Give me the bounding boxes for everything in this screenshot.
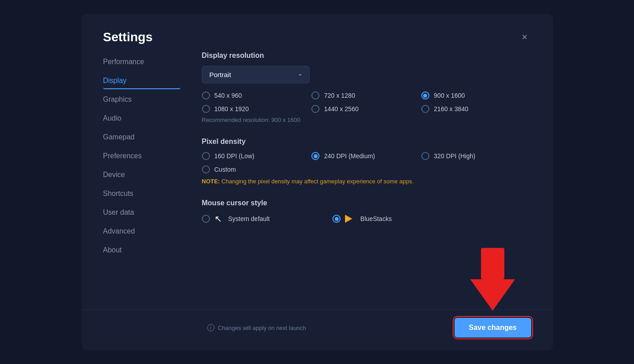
settings-modal: Settings × Performance Display Graphics …	[82, 14, 553, 350]
resolution-label-1440: 1440 x 2560	[324, 105, 359, 113]
mouse-cursor-title: Mouse cursor style	[202, 199, 531, 207]
save-changes-button[interactable]: Save changes	[455, 318, 531, 338]
cursor-radio-system[interactable]	[202, 215, 210, 223]
note-body: Changing the pixel density may affect ga…	[220, 178, 414, 185]
dpi-option-320[interactable]: 320 DPI (High)	[421, 152, 531, 160]
modal-header: Settings ×	[82, 14, 553, 52]
footer-note: i Changes will apply on next launch	[207, 324, 306, 331]
pixel-density-note: NOTE: Changing the pixel density may aff…	[202, 178, 531, 185]
info-icon: i	[207, 324, 214, 331]
resolution-option-1080[interactable]: 1080 x 1920	[202, 105, 312, 113]
cursor-radio-bluestacks[interactable]	[332, 215, 341, 223]
dpi-grid: 160 DPI (Low) 240 DPI (Medium) 320 DPI (…	[202, 152, 531, 173]
resolution-radio-540[interactable]	[202, 91, 210, 100]
sidebar-item-shortcuts[interactable]: Shortcuts	[103, 185, 180, 202]
dpi-radio-240[interactable]	[311, 152, 319, 160]
display-resolution-title: Display resolution	[202, 52, 531, 60]
resolution-label-720: 720 x 1280	[324, 92, 355, 99]
recommended-resolution-text: Recommended resolution: 900 x 1600	[202, 117, 531, 123]
save-area: Save changes	[455, 318, 531, 338]
dpi-radio-160[interactable]	[202, 152, 210, 160]
resolution-option-2160[interactable]: 2160 x 3840	[421, 105, 531, 113]
dpi-label-320: 320 DPI (High)	[434, 152, 476, 160]
resolution-label-540: 540 x 960	[214, 92, 242, 99]
mouse-cursor-section: Mouse cursor style ↖ System default Blue…	[202, 199, 531, 224]
resolution-radio-1440[interactable]	[311, 105, 319, 113]
cursor-option-system[interactable]: ↖ System default	[202, 213, 270, 224]
resolution-option-540[interactable]: 540 x 960	[202, 91, 312, 100]
dpi-option-240[interactable]: 240 DPI (Medium)	[311, 152, 421, 160]
cursor-options-row: ↖ System default BlueStacks	[202, 213, 531, 224]
sidebar-item-preferences[interactable]: Preferences	[103, 147, 180, 165]
bluestacks-cursor-icon	[345, 215, 352, 223]
footer-note-text: Changes will apply on next launch	[218, 325, 306, 331]
dpi-radio-320[interactable]	[421, 152, 429, 160]
cursor-option-bluestacks[interactable]: BlueStacks	[332, 215, 392, 223]
sidebar-item-about[interactable]: About	[103, 242, 180, 259]
display-resolution-section: Display resolution Portrait Landscape 54…	[202, 52, 531, 123]
modal-title: Settings	[103, 30, 153, 44]
sidebar-item-device[interactable]: Device	[103, 166, 180, 183]
close-button[interactable]: ×	[518, 30, 531, 44]
resolution-option-900[interactable]: 900 x 1600	[421, 91, 531, 100]
resolution-radio-1080[interactable]	[202, 105, 210, 113]
dpi-radio-custom[interactable]	[202, 165, 210, 173]
modal-footer: i Changes will apply on next launch Save…	[82, 309, 553, 350]
sidebar-item-audio[interactable]: Audio	[103, 110, 180, 127]
resolution-label-900: 900 x 1600	[434, 92, 465, 99]
sidebar-item-advanced[interactable]: Advanced	[103, 223, 180, 240]
dpi-option-custom[interactable]: Custom	[202, 165, 312, 173]
system-cursor-icon: ↖	[214, 213, 222, 224]
resolution-option-720[interactable]: 720 x 1280	[311, 91, 421, 100]
resolution-label-1080: 1080 x 1920	[214, 105, 249, 113]
sidebar: Performance Display Graphics Audio Gamep…	[82, 52, 180, 309]
sidebar-item-graphics[interactable]: Graphics	[103, 91, 180, 108]
resolution-radio-2160[interactable]	[421, 105, 429, 113]
pixel-density-title: Pixel density	[202, 138, 531, 146]
resolution-label-2160: 2160 x 3840	[434, 105, 468, 113]
sidebar-item-performance[interactable]: Performance	[103, 53, 180, 70]
portrait-select[interactable]: Portrait Landscape	[202, 66, 310, 83]
note-label: NOTE:	[202, 178, 220, 185]
main-content: Display resolution Portrait Landscape 54…	[180, 52, 553, 309]
portrait-dropdown-row: Portrait Landscape	[202, 66, 531, 83]
resolution-option-1440[interactable]: 1440 x 2560	[311, 105, 421, 113]
sidebar-item-display[interactable]: Display	[103, 72, 180, 89]
resolution-radio-720[interactable]	[311, 91, 319, 100]
cursor-label-system: System default	[228, 215, 270, 222]
sidebar-item-user-data[interactable]: User data	[103, 204, 180, 221]
dpi-option-160[interactable]: 160 DPI (Low)	[202, 152, 312, 160]
dpi-label-custom: Custom	[214, 166, 236, 173]
dpi-label-240: 240 DPI (Medium)	[324, 152, 375, 160]
resolution-radio-900[interactable]	[421, 91, 429, 100]
cursor-label-bluestacks: BlueStacks	[360, 215, 392, 222]
sidebar-item-gamepad[interactable]: Gamepad	[103, 129, 180, 146]
resolution-grid: 540 x 960 720 x 1280 900 x 1600 1080 x 1…	[202, 91, 531, 113]
pixel-density-section: Pixel density 160 DPI (Low) 240 DPI (Med…	[202, 138, 531, 185]
modal-body: Performance Display Graphics Audio Gamep…	[82, 52, 553, 309]
dpi-label-160: 160 DPI (Low)	[214, 152, 254, 160]
